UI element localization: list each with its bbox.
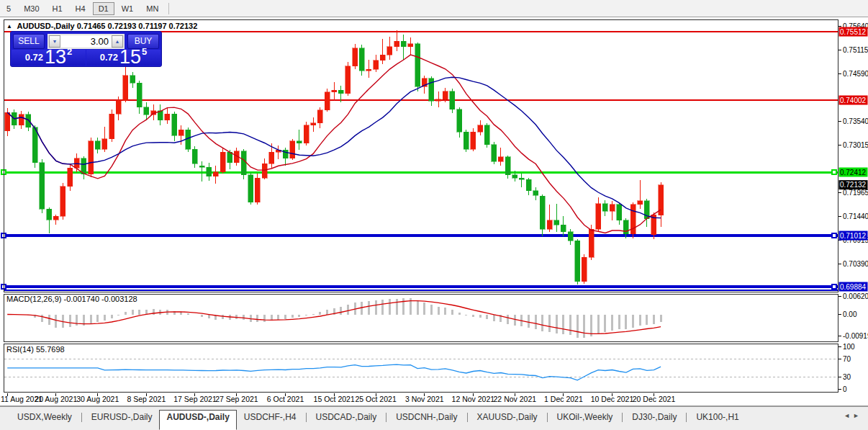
macd-histogram-bar (472, 315, 474, 317)
macd-histogram-bar (256, 315, 258, 323)
macd-histogram-bar (347, 305, 349, 314)
line-handle[interactable] (832, 170, 836, 174)
candle-body (519, 178, 524, 179)
macd-histogram-bar (55, 315, 57, 328)
macd-histogram-bar (604, 315, 606, 333)
collapse-chart-icon[interactable]: ▲ (6, 23, 12, 30)
price-axis-label: 0.71440 (843, 212, 868, 220)
toolbar-separator (168, 3, 169, 14)
tab-scroll-left-icon[interactable]: ◄ (844, 412, 853, 419)
candle-body (589, 229, 594, 257)
candle-body (144, 107, 149, 115)
macd-histogram-bar (69, 315, 71, 328)
tab-ukoil-weekly[interactable]: UKOil-,Weekly (550, 410, 620, 430)
period-button-d1[interactable]: D1 (93, 2, 114, 15)
tab-audusd-daily[interactable]: AUDUSD-,Daily (159, 410, 236, 430)
candle-body (484, 125, 489, 145)
candle-body (568, 232, 573, 241)
period-button-m30[interactable]: M30 (18, 2, 45, 15)
date-axis-label: 12 Nov 2021 (452, 395, 495, 403)
candle-body (207, 167, 212, 176)
period-button-h4[interactable]: H4 (70, 2, 91, 15)
candle-body (408, 44, 413, 47)
candle-body (213, 172, 218, 176)
date-axis-label: 25 Oct 2021 (356, 395, 397, 403)
candle-body (471, 132, 476, 149)
macd-histogram-bar (493, 315, 495, 321)
buy-price-display[interactable]: 0.72 15 5 (86, 50, 161, 66)
macd-histogram-bar (458, 313, 461, 315)
macd-histogram-bar (222, 315, 224, 320)
macd-histogram-bar (104, 315, 106, 321)
candle-body (130, 76, 135, 84)
macd-histogram-bar (618, 315, 620, 330)
macd-histogram-bar (340, 307, 342, 314)
candle-body (95, 141, 100, 149)
candle-body (464, 132, 469, 149)
candle-body (457, 109, 462, 132)
candle-body (561, 225, 566, 231)
macd-histogram-bar (111, 315, 113, 318)
macd-histogram-bar (96, 315, 99, 323)
macd-histogram-bar (451, 310, 453, 314)
period-button-h1[interactable]: H1 (47, 2, 68, 15)
candle-body (60, 187, 65, 217)
macd-axis-label: 0.00 (843, 310, 857, 318)
candle-body (290, 141, 295, 158)
sell-price-display[interactable]: 0.72 13 2 (12, 50, 86, 66)
period-button-w1[interactable]: W1 (116, 2, 140, 15)
tab-dj30-daily[interactable]: DJ30-,Daily (625, 410, 684, 430)
chart-symbol-label: AUDUSD-,Daily (17, 22, 75, 30)
tab-usdx-weekly[interactable]: USDX,Weekly (10, 410, 79, 430)
candle-body (359, 48, 364, 71)
macd-axis-label: -0.00919 (843, 332, 868, 340)
price-axis-label: 0.75115 (843, 46, 868, 54)
macd-histogram-bar (660, 315, 662, 323)
price-badge-label: 0.69884 (840, 283, 867, 291)
price-badge-label: 0.72412 (840, 169, 867, 176)
tab-uk100-h1[interactable]: UK100-,H1 (689, 410, 746, 430)
macd-histogram-bar (194, 315, 196, 315)
macd-histogram-bar (125, 312, 127, 314)
macd-histogram-bar (326, 310, 328, 314)
candle-body (248, 175, 253, 202)
macd-histogram-bar (556, 315, 558, 333)
period-button-mn[interactable]: MN (140, 2, 164, 15)
sell-button[interactable]: SELL (13, 34, 45, 49)
one-click-trade-panel: SELL ▼ ▲ BUY 0.72 13 2 0.72 15 5 (10, 31, 162, 67)
tab-usdchf-h4[interactable]: USDCHF-,H4 (237, 410, 304, 430)
macd-histogram-bar (354, 303, 356, 315)
chart-title: ▲ AUDUSD-,Daily 0.71465 0.72193 0.71197 … (6, 22, 197, 30)
candle-body (5, 112, 10, 131)
candle-body (68, 168, 73, 186)
period-button-5[interactable]: 5 (1, 2, 17, 15)
price-axis-label: 0.73540 (843, 117, 868, 125)
candle-body (596, 204, 601, 230)
rsi-panel-label: RSI(14) 55.7698 (6, 345, 65, 354)
price-axis-label: 0.71965 (843, 189, 868, 197)
price-axis-label: 0.74590 (843, 70, 868, 78)
tab-separator (386, 413, 386, 422)
candle-body (137, 83, 142, 107)
tab-usdcnh-daily[interactable]: USDCNH-,Daily (389, 410, 464, 430)
tab-xauusd-daily[interactable]: XAUUSD-,Daily (470, 410, 545, 430)
macd-histogram-bar (41, 315, 43, 322)
line-handle[interactable] (832, 233, 836, 238)
tab-eurusd-daily[interactable]: EURUSD-,Daily (84, 410, 160, 430)
macd-histogram-bar (507, 315, 509, 324)
macd-histogram-bar (319, 312, 321, 314)
macd-histogram-bar (368, 301, 370, 314)
line-handle[interactable] (832, 285, 836, 289)
tab-scroll-right-icon[interactable]: ► (853, 412, 862, 419)
macd-histogram-bar (402, 298, 404, 314)
tab-usdcad-daily[interactable]: USDCAD-,Daily (309, 410, 384, 430)
candle-body (492, 145, 497, 161)
macd-histogram-bar (514, 315, 516, 326)
candle-body (192, 149, 197, 164)
price-badge-label: 0.71012 (840, 232, 867, 240)
candle-body (610, 205, 615, 211)
macd-histogram-bar (423, 303, 425, 315)
date-axis-label: 1 Dec 2021 (544, 395, 583, 403)
macd-axis-label: 0.006201 (843, 292, 868, 300)
candle-body (311, 123, 316, 125)
